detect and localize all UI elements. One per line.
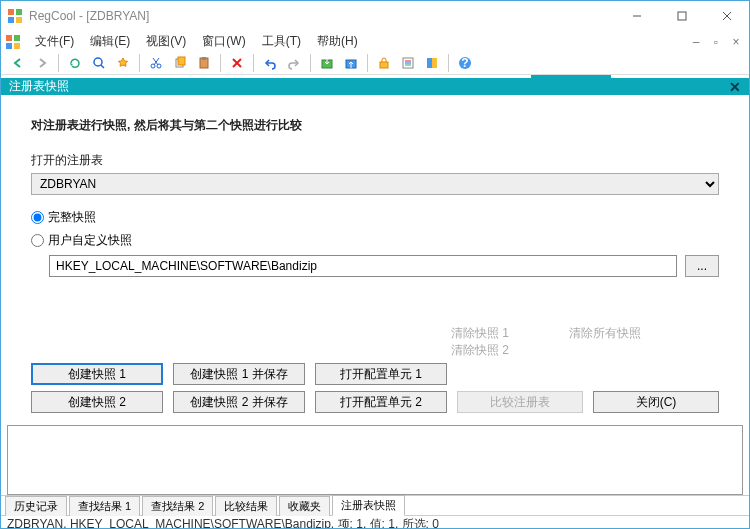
close-button[interactable]: [704, 1, 749, 31]
svg-rect-31: [427, 58, 432, 68]
properties-icon[interactable]: [397, 52, 419, 74]
app-icon: [7, 8, 23, 24]
tab-compare-results[interactable]: 比较结果: [215, 496, 277, 516]
clear-snapshot-2-label: 清除快照 2: [451, 342, 509, 359]
panel-header: 注册表快照 ✕: [1, 78, 749, 95]
menu-help[interactable]: 帮助(H): [311, 31, 364, 52]
panel-body: 对注册表进行快照, 然后将其与第二个快照进行比较 打开的注册表 ZDBRYAN …: [1, 95, 749, 421]
svg-rect-11: [14, 43, 20, 49]
svg-rect-2: [8, 17, 14, 23]
create-snapshot-1-button[interactable]: 创建快照 1: [31, 363, 163, 385]
app-icon-small: [5, 34, 21, 50]
svg-rect-1: [16, 9, 22, 15]
tab-history[interactable]: 历史记录: [5, 496, 67, 516]
clear-snapshot-1-label: 清除快照 1: [451, 325, 509, 342]
browse-button[interactable]: ...: [685, 255, 719, 277]
open-hive-1-button[interactable]: 打开配置单元 1: [315, 363, 447, 385]
panel-close-icon[interactable]: ✕: [729, 79, 741, 95]
menubar: 文件(F) 编辑(E) 视图(V) 窗口(W) 工具(T) 帮助(H) – ▫ …: [1, 31, 749, 52]
svg-rect-9: [14, 35, 20, 41]
favorite-icon[interactable]: [112, 52, 134, 74]
clear-all-label: 清除所有快照: [569, 325, 641, 359]
minimize-button[interactable]: [614, 1, 659, 31]
svg-rect-10: [6, 43, 12, 49]
undo-icon[interactable]: [259, 52, 281, 74]
svg-point-12: [94, 58, 102, 66]
status-text: ZDBRYAN, HKEY_LOCAL_MACHINE\SOFTWARE\Ban…: [7, 516, 439, 529]
mdi-close[interactable]: ×: [727, 35, 745, 49]
create-snapshot-1-save-button[interactable]: 创建快照 1 并保存: [173, 363, 305, 385]
svg-rect-0: [8, 9, 14, 15]
radio-full-snapshot[interactable]: [31, 211, 44, 224]
delete-icon[interactable]: [226, 52, 248, 74]
find-icon[interactable]: [88, 52, 110, 74]
create-snapshot-2-button[interactable]: 创建快照 2: [31, 391, 163, 413]
svg-rect-8: [6, 35, 12, 41]
tab-search-2[interactable]: 查找结果 2: [142, 496, 213, 516]
mdi-restore[interactable]: ▫: [707, 35, 725, 49]
copy-icon[interactable]: [169, 52, 191, 74]
permissions-icon[interactable]: [373, 52, 395, 74]
panel-description: 对注册表进行快照, 然后将其与第二个快照进行比较: [31, 117, 719, 134]
svg-rect-21: [202, 57, 206, 60]
registry-select[interactable]: ZDBRYAN: [31, 173, 719, 195]
compare-icon[interactable]: [421, 52, 443, 74]
import-icon[interactable]: [340, 52, 362, 74]
menu-window[interactable]: 窗口(W): [196, 31, 251, 52]
toolbar: ?: [1, 52, 749, 75]
mdi-minimize[interactable]: –: [687, 35, 705, 49]
svg-text:?: ?: [461, 56, 468, 70]
button-grid: 创建快照 1 创建快照 1 并保存 打开配置单元 1 创建快照 2 创建快照 2…: [31, 363, 719, 413]
radio-full-label: 完整快照: [48, 209, 96, 226]
nav-back-icon[interactable]: [7, 52, 29, 74]
titlebar: RegCool - [ZDBRYAN]: [1, 1, 749, 31]
maximize-button[interactable]: [659, 1, 704, 31]
tab-registry-snapshot[interactable]: 注册表快照: [332, 495, 405, 516]
statusbar: ZDBRYAN, HKEY_LOCAL_MACHINE\SOFTWARE\Ban…: [1, 515, 749, 529]
menu-tools[interactable]: 工具(T): [256, 31, 307, 52]
close-panel-button[interactable]: 关闭(C): [593, 391, 719, 413]
mdi-controls: – ▫ ×: [687, 35, 745, 49]
svg-rect-26: [380, 62, 388, 68]
window-title: RegCool - [ZDBRYAN]: [29, 9, 614, 23]
svg-rect-5: [678, 12, 686, 20]
redo-icon[interactable]: [283, 52, 305, 74]
bottom-tabs: 历史记录 查找结果 1 查找结果 2 比较结果 收藏夹 注册表快照: [1, 495, 749, 515]
svg-rect-19: [178, 57, 185, 65]
tab-favorites[interactable]: 收藏夹: [279, 496, 330, 516]
panel-title: 注册表快照: [9, 78, 69, 95]
nav-forward-icon[interactable]: [31, 52, 53, 74]
refresh-icon[interactable]: [64, 52, 86, 74]
tab-search-1[interactable]: 查找结果 1: [69, 496, 140, 516]
paste-icon[interactable]: [193, 52, 215, 74]
svg-rect-32: [432, 58, 437, 68]
create-snapshot-2-save-button[interactable]: 创建快照 2 并保存: [173, 391, 305, 413]
svg-rect-3: [16, 17, 22, 23]
menu-edit[interactable]: 编辑(E): [84, 31, 136, 52]
custom-path-input[interactable]: [49, 255, 677, 277]
disabled-clear-labels: 清除快照 1 清除快照 2 清除所有快照: [451, 325, 719, 359]
export-icon[interactable]: [316, 52, 338, 74]
window-controls: [614, 1, 749, 31]
radio-custom-label: 用户自定义快照: [48, 232, 132, 249]
compare-registry-button[interactable]: 比较注册表: [457, 391, 583, 413]
output-area: [7, 425, 743, 495]
open-hive-2-button[interactable]: 打开配置单元 2: [315, 391, 447, 413]
open-registry-label: 打开的注册表: [31, 152, 719, 169]
radio-custom-snapshot[interactable]: [31, 234, 44, 247]
cut-icon[interactable]: [145, 52, 167, 74]
help-icon[interactable]: ?: [454, 52, 476, 74]
svg-line-13: [101, 65, 104, 68]
menu-file[interactable]: 文件(F): [29, 31, 80, 52]
menu-view[interactable]: 视图(V): [140, 31, 192, 52]
